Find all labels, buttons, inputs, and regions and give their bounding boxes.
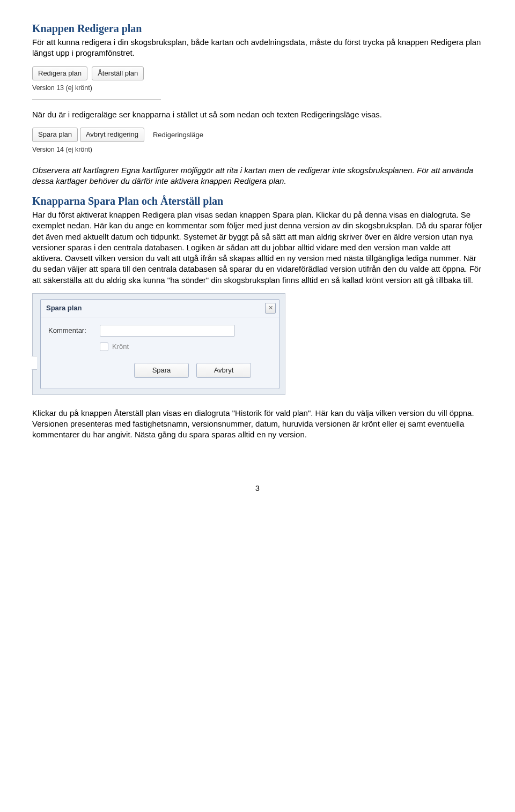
comment-input[interactable] — [100, 325, 235, 337]
restore-plan-button[interactable]: Återställ plan — [92, 66, 144, 81]
close-icon[interactable]: ✕ — [265, 303, 276, 314]
kront-label: Krönt — [112, 342, 129, 352]
comment-label: Kommentar: — [48, 326, 100, 336]
para-aterstall: Klickar du på knappen Återställ plan vis… — [32, 408, 483, 441]
edit-plan-button[interactable]: Redigera plan — [32, 66, 87, 81]
dialog-cancel-button[interactable]: Avbryt — [196, 363, 251, 378]
para-observera: Observera att kartlagren Egna kartfigure… — [32, 165, 483, 187]
divider — [32, 99, 161, 100]
para-spara-aterstall: Har du först aktiverat knappen Redigera … — [32, 210, 483, 286]
version-status-1: Version 13 (ej krönt) — [32, 84, 177, 93]
para-intro: För att kunna redigera i din skogsbruksp… — [32, 37, 483, 59]
para-editmode: När du är i redigeraläge ser knapparna i… — [32, 109, 483, 120]
dialog-title: Spara plan — [46, 303, 82, 313]
save-plan-button[interactable]: Spara plan — [32, 128, 78, 142]
page-number: 3 — [32, 483, 483, 494]
dialog-save-button[interactable]: Spara — [134, 363, 189, 378]
version-status-2: Version 14 (ej krönt) — [32, 145, 483, 154]
heading-spara-aterstall: Knapparna Spara Plan och Återställ plan — [32, 194, 483, 208]
kront-checkbox[interactable] — [100, 342, 108, 351]
screenshot-toolbar-2: Spara plan Avbryt redigering Redigerings… — [32, 128, 483, 154]
screenshot-toolbar-1: Redigera plan Återställ plan Version 13 … — [32, 66, 177, 100]
cancel-edit-button[interactable]: Avbryt redigering — [80, 128, 144, 142]
save-plan-dialog: Spara plan ✕ Kommentar: Krönt Spara Avbr… — [32, 293, 285, 395]
panel-edge — [32, 356, 37, 370]
editing-mode-label: Redigeringsläge — [153, 130, 203, 140]
heading-redigera-plan: Knappen Redigera plan — [32, 21, 483, 36]
